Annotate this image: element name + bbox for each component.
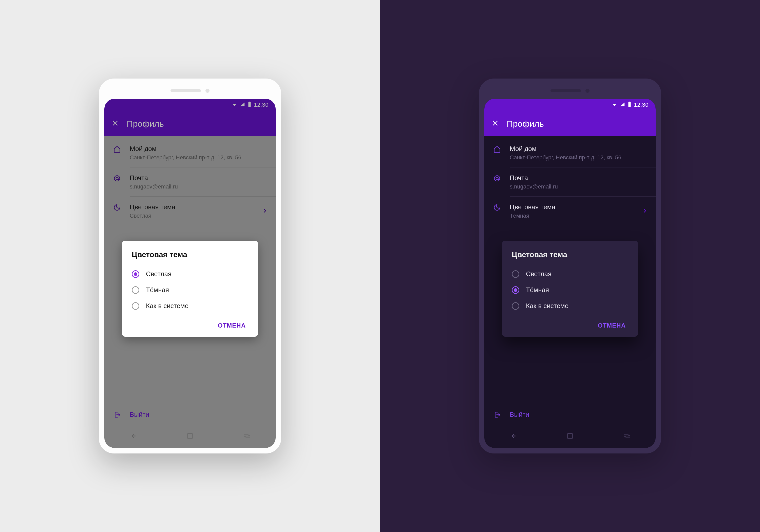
row-home-label: Мой дом [510,145,647,153]
phone-speaker [170,89,210,93]
moon-icon [113,203,121,211]
wifi-icon [232,102,237,108]
signal-icon [620,102,625,108]
home-icon [493,145,501,153]
dialog-actions: ОТМЕНА [132,314,248,333]
status-bar: 12:30 [484,99,656,111]
close-icon[interactable] [112,119,119,128]
radio-label-dark: Тёмная [526,286,549,294]
app-bar: Профиль [484,111,656,136]
radio-option-system[interactable]: Как в системе [132,298,248,314]
nav-home-icon[interactable] [186,432,194,441]
nav-back-icon[interactable] [129,432,137,441]
row-email[interactable]: Почта s.nugaev@email.ru [484,168,656,197]
home-icon [113,145,121,153]
dark-theme-panel: 12:30 Профиль Мой дом Санкт-Петербург, Н… [380,0,760,532]
radio-icon [512,270,519,278]
row-theme-sub: Тёмная [510,213,634,219]
svg-rect-3 [188,434,192,438]
moon-icon [493,203,501,211]
logout-label: Выйти [510,411,529,418]
row-home-label: Мой дом [130,145,267,153]
logout-row[interactable]: Выйти [104,406,276,423]
phone-speaker [550,89,590,93]
logout-icon [113,411,121,418]
svg-rect-4 [629,102,631,107]
screen-dark: 12:30 Профиль Мой дом Санкт-Петербург, Н… [484,99,656,448]
screen-light: 12:30 Профиль Мой дом Санкт-Петербург, [104,99,276,448]
nav-recent-icon[interactable] [623,432,631,441]
radio-icon [512,286,519,294]
wifi-icon [612,102,617,108]
svg-rect-5 [629,102,630,102]
at-icon [113,174,121,182]
radio-option-light[interactable]: Светлая [132,266,248,282]
android-nav-bar [104,425,276,448]
logout-label: Выйти [130,411,149,418]
nav-home-icon[interactable] [566,432,574,441]
svg-rect-7 [568,434,572,438]
status-time: 12:30 [634,102,648,108]
row-theme-label: Цветовая тема [130,203,254,211]
svg-rect-1 [249,102,250,102]
row-theme[interactable]: Цветовая тема Тёмная [484,197,656,226]
radio-option-system[interactable]: Как в системе [512,298,628,314]
radio-label-dark: Тёмная [146,286,169,294]
row-home-sub: Санкт-Петербург, Невский пр-т д. 12, кв.… [130,154,267,161]
cancel-button[interactable]: ОТМЕНА [595,318,628,333]
radio-option-dark[interactable]: Тёмная [512,282,628,298]
at-icon [493,174,501,182]
dialog-title: Цветовая тема [512,250,628,259]
radio-option-light[interactable]: Светлая [512,266,628,282]
row-theme-sub: Светлая [130,213,254,219]
nav-back-icon[interactable] [509,432,517,441]
chevron-right-icon [262,208,267,215]
svg-point-6 [496,177,498,180]
logout-row[interactable]: Выйти [484,406,656,423]
radio-icon [132,270,139,278]
phone-frame-light: 12:30 Профиль Мой дом Санкт-Петербург, [99,78,281,454]
screen-title: Профиль [127,119,164,129]
nav-recent-icon[interactable] [243,432,251,441]
chevron-right-icon [642,208,647,215]
screen-title: Профиль [507,119,544,129]
status-time: 12:30 [254,102,268,108]
row-home[interactable]: Мой дом Санкт-Петербург, Невский пр-т д.… [104,138,276,168]
dialog-title: Цветовая тема [132,250,248,259]
dialog-actions: ОТМЕНА [512,314,628,333]
radio-icon [132,302,139,310]
status-bar: 12:30 [104,99,276,111]
row-email-label: Почта [130,174,267,182]
row-email-label: Почта [510,174,647,182]
row-home[interactable]: Мой дом Санкт-Петербург, Невский пр-т д.… [484,138,656,168]
svg-rect-0 [249,102,251,107]
theme-dialog: Цветовая тема Светлая Тёмная Как в систе… [122,241,258,337]
row-email-sub: s.nugaev@email.ru [130,183,267,190]
radio-icon [512,302,519,310]
radio-icon [132,286,139,294]
row-email[interactable]: Почта s.nugaev@email.ru [104,168,276,197]
logout-icon [493,411,501,418]
radio-label-system: Как в системе [526,302,568,310]
battery-icon [628,102,631,108]
cancel-button[interactable]: ОТМЕНА [215,318,248,333]
radio-label-light: Светлая [146,270,171,278]
svg-point-2 [116,177,118,180]
phone-frame-dark: 12:30 Профиль Мой дом Санкт-Петербург, Н… [479,78,661,454]
row-home-sub: Санкт-Петербург, Невский пр-т д. 12, кв.… [510,154,647,161]
android-nav-bar [484,425,656,448]
row-theme-label: Цветовая тема [510,203,634,211]
radio-option-dark[interactable]: Тёмная [132,282,248,298]
row-email-sub: s.nugaev@email.ru [510,183,647,190]
battery-icon [248,102,251,108]
signal-icon [240,102,245,108]
radio-label-light: Светлая [526,270,551,278]
close-icon[interactable] [492,119,499,128]
theme-dialog: Цветовая тема Светлая Тёмная Как в систе… [502,241,638,337]
app-bar: Профиль [104,111,276,136]
light-theme-panel: 12:30 Профиль Мой дом Санкт-Петербург, [0,0,380,532]
row-theme[interactable]: Цветовая тема Светлая [104,197,276,226]
radio-label-system: Как в системе [146,302,188,310]
